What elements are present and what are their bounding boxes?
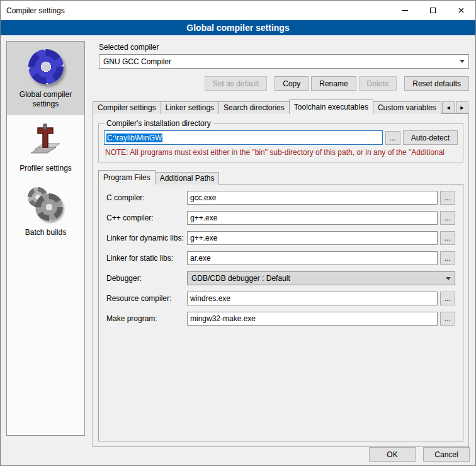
chevron-down-icon xyxy=(460,60,465,63)
installation-path-input[interactable]: C:\raylib\MinGW xyxy=(104,130,383,145)
tab-compiler-settings[interactable]: Compiler settings xyxy=(93,101,161,114)
selected-compiler-dropdown[interactable]: GNU GCC Compiler xyxy=(99,54,469,69)
make-program-input[interactable] xyxy=(187,312,438,326)
installation-directory-group: Compiler's installation directory C:\ray… xyxy=(98,119,463,162)
linker-static-input[interactable] xyxy=(187,251,438,265)
tab-additional-paths[interactable]: Additional Paths xyxy=(155,172,220,185)
tab-scroller: Compiler settings Linker settings Search… xyxy=(93,99,441,114)
selected-compiler-value: GNU GCC Compiler xyxy=(103,57,460,66)
tab-scroll-right-button[interactable]: ► xyxy=(456,101,468,113)
reset-defaults-button[interactable]: Reset defaults xyxy=(404,76,469,91)
c-compiler-label: C compiler: xyxy=(106,193,187,202)
tab-build-options[interactable]: Build options xyxy=(441,101,441,114)
large-gray-gear-icon xyxy=(35,193,63,221)
minimize-button[interactable] xyxy=(390,1,419,20)
linker-dynamic-browse-button[interactable]: ... xyxy=(440,231,455,245)
resource-compiler-row: Resource compiler: ... xyxy=(106,292,455,305)
settings-tab-strip: Compiler settings Linker settings Search… xyxy=(93,99,469,114)
delete-button[interactable]: Delete xyxy=(359,76,397,91)
c-compiler-input[interactable] xyxy=(187,191,438,205)
make-program-row: Make program: ... xyxy=(106,312,455,326)
auto-detect-button[interactable]: Auto-detect xyxy=(403,130,458,145)
left-triangle-icon: ◄ xyxy=(446,105,451,111)
tab-linker-settings[interactable]: Linker settings xyxy=(161,101,219,114)
linker-static-browse-button[interactable]: ... xyxy=(440,251,455,265)
program-files-tab-strip: Program Files Additional Paths xyxy=(98,170,463,185)
tab-custom-variables[interactable]: Custom variables xyxy=(373,101,441,114)
cancel-button[interactable]: Cancel xyxy=(423,447,470,462)
debugger-row: Debugger: GDB/CDB debugger : Default xyxy=(106,271,455,285)
installation-path-browse-button[interactable]: ... xyxy=(385,131,400,145)
right-triangle-icon: ► xyxy=(460,105,465,111)
profiler-tool-icon xyxy=(28,123,64,158)
linker-dynamic-label: Linker for dynamic libs: xyxy=(106,234,187,242)
tab-toolchain-executables[interactable]: Toolchain executables xyxy=(289,99,373,114)
cpp-compiler-browse-button[interactable]: ... xyxy=(440,211,455,225)
ok-button[interactable]: OK xyxy=(369,447,416,462)
dialog-content: Global compiler settings Profiler settin… xyxy=(1,35,475,466)
make-program-browse-button[interactable]: ... xyxy=(440,312,455,326)
sidebar-item-global-compiler-settings[interactable]: Global compiler settings xyxy=(7,42,84,115)
linker-static-row: Linker for static libs: ... xyxy=(106,251,455,265)
installation-path-value: C:\raylib\MinGW xyxy=(106,134,162,142)
c-compiler-browse-button[interactable]: ... xyxy=(440,191,455,205)
linker-dynamic-input[interactable] xyxy=(187,231,438,245)
program-files-panel: C compiler: ... C++ compiler: ... Linker… xyxy=(98,184,463,441)
tab-program-files[interactable]: Program Files xyxy=(98,170,156,185)
batch-gears-icon xyxy=(28,187,64,222)
c-compiler-row: C compiler: ... xyxy=(106,191,455,205)
sidebar-item-profiler-settings[interactable]: Profiler settings xyxy=(7,115,84,179)
installation-path-row: C:\raylib\MinGW ... Auto-detect xyxy=(104,130,458,145)
set-as-default-button[interactable]: Set as default xyxy=(205,76,267,91)
compiler-settings-dialog: Compiler settings × Global compiler sett… xyxy=(0,0,476,466)
bin-subdirectory-note: NOTE: All programs must exist either in … xyxy=(105,148,456,157)
sidebar-item-batch-builds[interactable]: Batch builds xyxy=(7,179,84,244)
debugger-value: GDB/CDB debugger : Default xyxy=(191,274,446,283)
title-bar: Compiler settings × xyxy=(1,1,475,20)
debugger-label: Debugger: xyxy=(106,274,187,283)
chevron-down-icon xyxy=(446,277,451,280)
window-title: Compiler settings xyxy=(1,6,65,15)
dialog-footer: OK Cancel xyxy=(369,447,470,462)
copy-button[interactable]: Copy xyxy=(275,76,309,91)
close-button[interactable]: × xyxy=(447,1,475,20)
window-controls: × xyxy=(390,1,475,20)
linker-static-label: Linker for static libs: xyxy=(106,254,187,263)
sidebar-item-label: Global compiler settings xyxy=(9,90,82,109)
make-program-label: Make program: xyxy=(106,314,187,323)
maximize-icon xyxy=(430,8,436,13)
minimize-icon xyxy=(402,10,408,11)
cpp-compiler-input[interactable] xyxy=(187,211,438,225)
compiler-actions-row: Set as default Copy Rename Delete Reset … xyxy=(99,76,469,91)
resource-compiler-browse-button[interactable]: ... xyxy=(440,292,455,305)
page-title: Global compiler settings xyxy=(1,20,475,35)
tab-scroll-left-button[interactable]: ◄ xyxy=(442,101,455,113)
linker-dynamic-row: Linker for dynamic libs: ... xyxy=(106,231,455,245)
sidebar-item-label: Batch builds xyxy=(25,228,66,237)
blue-gear-icon xyxy=(28,49,64,84)
rename-button[interactable]: Rename xyxy=(311,76,356,91)
tab-search-directories[interactable]: Search directories xyxy=(218,101,290,114)
sidebar-item-label: Profiler settings xyxy=(20,164,72,173)
close-icon: × xyxy=(458,5,465,16)
cpp-compiler-label: C++ compiler: xyxy=(106,213,187,222)
settings-sidebar: Global compiler settings Profiler settin… xyxy=(6,41,85,436)
subtab-scroller: Program Files Additional Paths xyxy=(98,170,463,185)
debugger-dropdown[interactable]: GDB/CDB debugger : Default xyxy=(187,271,455,285)
installation-directory-legend: Compiler's installation directory xyxy=(104,119,213,128)
main-panel: Selected compiler GNU GCC Compiler Set a… xyxy=(93,38,469,447)
selected-compiler-label: Selected compiler xyxy=(99,43,469,52)
maximize-button[interactable] xyxy=(419,1,447,20)
resource-compiler-label: Resource compiler: xyxy=(106,294,187,303)
cpp-compiler-row: C++ compiler: ... xyxy=(106,211,455,225)
resource-compiler-input[interactable] xyxy=(187,292,438,305)
toolchain-executables-panel: Compiler's installation directory C:\ray… xyxy=(93,113,469,447)
tab-scroll-buttons: ◄ ► xyxy=(442,101,468,113)
